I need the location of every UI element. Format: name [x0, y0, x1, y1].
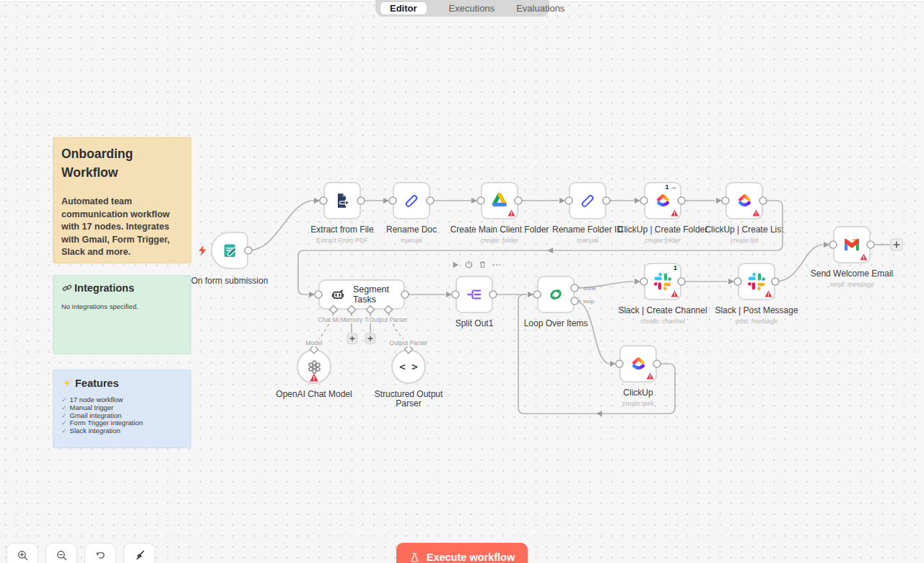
zoom-in-button[interactable] [6, 543, 38, 563]
feature-list: ✓17 node workflow ✓Manual trigger ✓Gmail… [61, 396, 183, 435]
node-clickup-create-list[interactable]: ClickUp | Create Listcreate:list [725, 182, 763, 219]
warning-icon [646, 372, 654, 380]
execute-workflow-button[interactable]: Execute workflow [396, 543, 528, 563]
loop-output-loop-label: loop [583, 298, 594, 305]
loop-output-done-label: done [583, 285, 596, 292]
trigger-bolt-icon [198, 245, 207, 256]
node-clickup-create-task[interactable]: ClickUpcreate:task [619, 345, 657, 383]
slack-icon [747, 272, 766, 291]
canvas-controls [6, 543, 155, 563]
sticky-body: Automated team communication workflow wi… [61, 196, 183, 259]
node-openai-chat-model[interactable]: OpenAI Chat Model [297, 349, 331, 384]
sticky-note-integrations[interactable]: Integrations No integrations specified. [53, 275, 191, 354]
robot-icon [329, 286, 346, 303]
model-port-label: Model [305, 339, 323, 346]
node-extract-from-file[interactable]: Extract from FileExtract From PDF [323, 182, 361, 219]
sticky-title: Onboarding Workflow [61, 144, 183, 182]
sticky-body: No integrations specified. [61, 302, 183, 310]
tidy-up-button[interactable] [123, 543, 155, 563]
gmail-icon [842, 235, 862, 255]
check-icon: ✓ [61, 412, 67, 420]
warning-icon [671, 290, 679, 297]
deactivate-node-icon[interactable] [465, 261, 473, 269]
node-create-main-client-folder[interactable]: Create Main Client Foldercreate: folder [481, 182, 518, 219]
output-parser-port-label: Output Parser [389, 339, 429, 346]
node-hover-toolbar [452, 261, 501, 269]
warning-icon [764, 290, 772, 297]
sticky-note-overview[interactable]: Onboarding Workflow Automated team commu… [53, 137, 191, 263]
node-loop-over-items[interactable]: Loop Over Items [537, 276, 575, 313]
sticky-title: Features [75, 377, 118, 389]
tab-executions[interactable]: Executions [449, 3, 495, 14]
warning-icon [507, 209, 515, 217]
run-node-icon[interactable] [452, 261, 459, 269]
view-tabs: Editor Executions Evaluations [375, 0, 549, 17]
node-rename-doc[interactable]: Rename Docmanual [393, 182, 430, 219]
loop-icon [546, 284, 566, 305]
google-drive-icon [489, 191, 510, 211]
more-options-icon[interactable] [492, 261, 501, 269]
node-rename-folder-id[interactable]: Rename Folder IDmanual [569, 182, 606, 219]
warning-icon [310, 373, 319, 382]
tab-evaluations[interactable]: Evaluations [516, 3, 565, 14]
workflow-canvas[interactable]: Editor Executions Evaluations Onboarding… [0, 0, 924, 563]
warning-icon [860, 253, 868, 261]
sparkles-icon [61, 377, 74, 389]
split-out-icon [464, 284, 484, 305]
check-icon: ✓ [61, 419, 67, 427]
check-icon: ✓ [61, 404, 67, 412]
pencil-icon [578, 191, 598, 211]
zoom-out-button[interactable] [45, 543, 77, 563]
node-structured-output-parser[interactable]: < > Structured Output Parser [391, 349, 426, 384]
clickup-icon [735, 191, 754, 211]
items-count-badge: 1 → [665, 183, 677, 191]
form-trigger-icon [220, 241, 240, 261]
warning-icon [752, 209, 760, 217]
flask-icon [409, 552, 420, 563]
link-icon [61, 282, 73, 294]
clickup-icon [629, 354, 648, 374]
warning-icon [671, 209, 679, 217]
clickup-icon [653, 191, 673, 211]
subconnector-output-parser-label: Output Parser [369, 316, 409, 323]
check-icon: ✓ [61, 396, 67, 404]
slack-icon [653, 272, 672, 291]
sticky-title: Integrations [74, 282, 134, 294]
delete-node-icon[interactable] [479, 261, 487, 269]
add-node-button[interactable] [891, 239, 902, 250]
add-subnode-buttons[interactable] [347, 333, 375, 344]
node-clickup-create-folder[interactable]: 1 → ClickUp | Create Foldercreate:folder [644, 182, 681, 219]
code-brackets-icon: < > [399, 361, 417, 372]
sticky-note-features[interactable]: Features ✓17 node workflow ✓Manual trigg… [53, 370, 191, 448]
node-segment-tasks[interactable]: Segment Tasks [318, 279, 405, 310]
extract-file-icon [332, 191, 352, 211]
items-count-badge: 1 [674, 264, 677, 271]
tab-editor[interactable]: Editor [380, 1, 427, 15]
pencil-icon [401, 191, 422, 211]
node-send-welcome-email[interactable]: Send Welcome Emailsend: message [833, 226, 871, 263]
node-on-form-submission[interactable]: On form submission [211, 232, 248, 269]
node-split-out[interactable]: Split Out1 [456, 276, 493, 313]
node-slack-post-message[interactable]: Slack | Post Messagepost: message [738, 263, 775, 300]
undo-button[interactable] [84, 543, 116, 563]
node-slack-create-channel[interactable]: 1 Slack | Create Channelcreate: channel [644, 263, 681, 300]
subconnector-memory-label: Memory [340, 316, 364, 323]
check-icon: ✓ [61, 427, 67, 435]
